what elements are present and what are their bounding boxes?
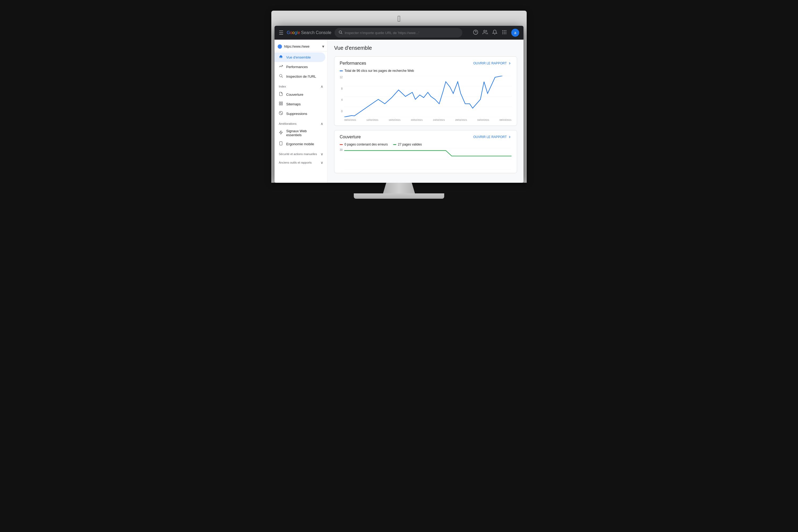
topbar: ☰ Google Search Console: [274, 26, 524, 40]
x-label-8: 08/03/2021: [499, 119, 512, 121]
svg-rect-17: [281, 102, 283, 103]
x-label-1: 08/02/2021: [344, 119, 356, 121]
search-input[interactable]: [345, 31, 459, 35]
sidebar-item-signaux-web[interactable]: Signaux Web essentiels: [274, 127, 325, 139]
x-label-2: 12/02/2021: [366, 119, 379, 121]
site-selector[interactable]: https://www.//wwe ▾: [274, 42, 327, 51]
couverture-legend-errors-label: 0 pages contenant des erreurs: [344, 142, 388, 146]
site-dropdown-icon[interactable]: ▾: [322, 44, 324, 49]
performances-legend-dot: [340, 71, 343, 71]
performances-open-report-link[interactable]: OUVRIR LE RAPPORT: [473, 61, 512, 65]
sidebar-item-sitemaps[interactable]: Sitemaps: [274, 99, 325, 109]
svg-point-5: [502, 30, 503, 31]
site-favicon: [278, 44, 282, 49]
svg-point-4: [483, 30, 486, 32]
svg-point-9: [504, 32, 505, 33]
help-icon[interactable]: [473, 30, 478, 36]
section-anciens-header[interactable]: Anciens outils et rapports ∨: [274, 157, 327, 166]
svg-point-11: [502, 33, 503, 34]
svg-point-8: [502, 32, 503, 33]
svg-point-10: [506, 32, 506, 33]
x-label-6: 28/02/2021: [455, 119, 467, 121]
coverage-y-label-30: 30: [340, 148, 343, 151]
svg-point-0: [339, 31, 341, 33]
x-label-7: 04/03/2021: [477, 119, 489, 121]
menu-icon[interactable]: ☰: [279, 30, 284, 36]
couverture-legend-valid-label: 27 pages valides: [398, 142, 422, 146]
performances-card: Performances OUVRIR LE RAPPORT Total de …: [334, 56, 517, 126]
couverture-chart-svg: [344, 148, 512, 170]
section-securite-chevron: ∨: [321, 152, 323, 156]
x-label-4: 20/02/2021: [411, 119, 423, 121]
sidebar: https://www.//wwe ▾ Vue d'ensemble: [274, 40, 328, 183]
page-title: Vue d'ensemble: [334, 45, 517, 51]
apps-icon[interactable]: [502, 30, 507, 36]
couverture-chart-area: 30: [334, 148, 517, 173]
couverture-card: Couverture OUVRIR LE RAPPORT 0 pages con…: [334, 130, 517, 173]
sidebar-item-vue-ensemble[interactable]: Vue d'ensemble: [274, 52, 325, 62]
svg-point-13: [506, 33, 506, 34]
performances-legend-label: Total de 96 clics sur les pages de reche…: [344, 69, 414, 73]
couverture-card-header: Couverture OUVRIR LE RAPPORT: [334, 130, 517, 141]
y-label-8: 8: [341, 87, 343, 90]
sidebar-item-performances[interactable]: Performances: [274, 62, 325, 72]
sidebar-item-inspection-url[interactable]: Inspection de l'URL: [274, 72, 325, 81]
performances-card-header: Performances OUVRIR LE RAPPORT: [334, 57, 517, 68]
search-bar[interactable]: [335, 28, 462, 38]
sidebar-label-suppressions: Suppressions: [286, 112, 307, 116]
section-index-title: Index: [279, 85, 286, 88]
ergonomie-icon: [279, 141, 283, 147]
app-window: ☰ Google Search Console: [274, 26, 524, 183]
sidebar-item-couverture[interactable]: Couverture: [274, 90, 325, 99]
svg-point-14: [280, 75, 282, 77]
accounts-icon[interactable]: [482, 30, 488, 36]
y-label-0: 0: [341, 110, 343, 113]
section-ameliorations-header[interactable]: Améliorations ∧: [274, 118, 327, 127]
svg-point-7: [506, 30, 506, 31]
user-avatar[interactable]: a: [511, 29, 519, 37]
performances-card-title: Performances: [340, 61, 366, 66]
performances-icon: [279, 64, 283, 70]
inspection-icon: [279, 74, 283, 79]
couverture-icon: [279, 92, 283, 97]
svg-line-15: [282, 77, 283, 78]
suppressions-icon: [279, 111, 283, 116]
section-securite-title: Sécurité et actions manuelles: [279, 152, 317, 156]
section-ameliorations-title: Améliorations: [279, 122, 297, 125]
couverture-legend-errors-dot: [340, 144, 343, 145]
section-ameliorations-chevron: ∧: [321, 121, 323, 126]
svg-rect-18: [281, 104, 283, 105]
performances-chart-area: 12 8 4 0: [334, 76, 517, 126]
performances-legend-clicks: Total de 96 clics sur les pages de reche…: [340, 69, 414, 73]
apple-logo: : [274, 14, 524, 24]
x-label-5: 24/02/2021: [433, 119, 445, 121]
sidebar-item-suppressions[interactable]: Suppressions: [274, 109, 325, 118]
sidebar-label-sitemaps: Sitemaps: [286, 102, 301, 106]
google-logo-text: Google: [287, 30, 300, 35]
topbar-actions: a: [473, 29, 519, 37]
section-anciens-chevron: ∨: [321, 160, 323, 165]
section-index-header[interactable]: Index ∧: [274, 81, 327, 90]
section-index-chevron: ∧: [321, 84, 323, 89]
svg-rect-19: [279, 104, 281, 105]
svg-line-1: [341, 33, 342, 34]
svg-point-6: [504, 30, 505, 31]
y-label-12: 12: [340, 76, 343, 79]
section-securite-header[interactable]: Sécurité et actions manuelles ∨: [274, 149, 327, 157]
svg-line-21: [280, 112, 282, 114]
sidebar-item-ergonomie[interactable]: Ergonomie mobile: [274, 139, 325, 149]
sidebar-label-vue-ensemble: Vue d'ensemble: [286, 55, 311, 59]
svg-point-12: [504, 33, 505, 34]
site-url: https://www.//wwe: [284, 45, 320, 49]
couverture-open-report-link[interactable]: OUVRIR LE RAPPORT: [473, 135, 512, 139]
home-icon: [279, 55, 283, 60]
notifications-icon[interactable]: [492, 30, 497, 36]
couverture-legend-valid: 27 pages valides: [393, 142, 422, 146]
monitor-stand-neck: [383, 183, 415, 193]
search-console-logo-text: Search Console: [301, 30, 331, 35]
y-label-4: 4: [341, 98, 343, 101]
svg-rect-16: [279, 102, 281, 103]
couverture-legend-errors: 0 pages contenant des erreurs: [340, 142, 388, 146]
section-anciens-title: Anciens outils et rapports: [279, 161, 312, 164]
couverture-legend-valid-dot: [393, 144, 396, 145]
